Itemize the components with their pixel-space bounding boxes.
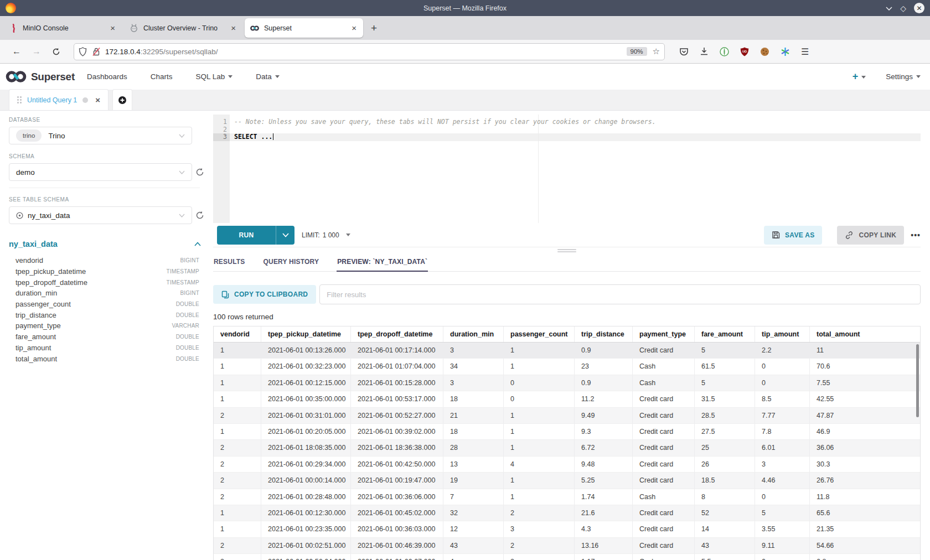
- table-row[interactable]: 22021-06-01 00:28:48.0002021-06-01 00:36…: [214, 489, 920, 505]
- back-button[interactable]: ←: [7, 46, 27, 56]
- table-row[interactable]: 22021-06-01 00:31:01.0002021-06-01 00:52…: [214, 408, 920, 424]
- table-row[interactable]: 22021-06-01 18:08:35.0002021-06-01 18:36…: [214, 440, 920, 456]
- add-query-tab-button[interactable]: [112, 89, 132, 110]
- new-tab-button[interactable]: +: [365, 22, 383, 34]
- settings-menu[interactable]: Settings: [886, 72, 921, 81]
- refresh-table-icon[interactable]: [195, 211, 204, 220]
- limit-dropdown[interactable]: LIMIT: 1 000: [302, 231, 350, 239]
- tab-query-history[interactable]: QUERY HISTORY: [263, 258, 320, 271]
- column-header-passenger_count[interactable]: passenger_count: [504, 326, 575, 342]
- schema-column-tip_amount[interactable]: tip_amountDOUBLE: [9, 343, 199, 354]
- sql-editor[interactable]: 1 2 3 -- Note: Unless you save your quer…: [213, 115, 921, 223]
- table-row[interactable]: 22021-06-01 00:00:14.0002021-06-01 00:19…: [214, 473, 920, 489]
- bookmark-star-icon[interactable]: ☆: [653, 46, 660, 56]
- more-actions-button[interactable]: •••: [911, 231, 921, 240]
- cookie-extension-icon[interactable]: [760, 47, 769, 56]
- table-row[interactable]: 12021-06-01 00:35:00.0002021-06-01 00:53…: [214, 391, 920, 407]
- new-item-button[interactable]: +: [852, 71, 866, 82]
- editor-code-area[interactable]: -- Note: Unless you save your query, the…: [230, 115, 921, 223]
- collapse-table-icon[interactable]: [194, 242, 201, 246]
- table-cell: 2: [214, 489, 261, 505]
- schema-column-fare_amount[interactable]: fare_amountDOUBLE: [9, 331, 199, 343]
- run-options-caret[interactable]: [276, 226, 294, 245]
- column-type: VARCHAR: [172, 323, 199, 329]
- privacy-badger-icon[interactable]: [720, 47, 729, 56]
- schema-column-vendorid[interactable]: vendoridBIGINT: [9, 255, 199, 266]
- containers-extension-icon[interactable]: [781, 47, 790, 56]
- superset-brand[interactable]: Superset: [6, 70, 75, 83]
- schema-column-tpep_dropoff_datetime[interactable]: tpep_dropoff_datetimeTIMESTAMP: [9, 277, 199, 288]
- ublock-icon[interactable]: UO: [740, 47, 749, 56]
- column-header-tpep_pickup_datetime[interactable]: tpep_pickup_datetime: [261, 326, 351, 342]
- tab-results[interactable]: RESULTS: [213, 258, 246, 271]
- schema-column-total_amount[interactable]: total_amountDOUBLE: [9, 353, 199, 364]
- column-header-tpep_dropoff_datetime[interactable]: tpep_dropoff_datetime: [351, 326, 443, 342]
- column-header-payment_type[interactable]: payment_type: [633, 326, 695, 342]
- query-tab-untitled[interactable]: Untitled Query 1 ×: [9, 89, 108, 110]
- filter-results-input[interactable]: [319, 284, 921, 304]
- table-cell: 3: [443, 343, 504, 358]
- tab-close-icon[interactable]: ×: [230, 23, 237, 33]
- database-select[interactable]: trino Trino: [9, 127, 192, 144]
- nav-data[interactable]: Data: [256, 72, 280, 81]
- column-header-fare_amount[interactable]: fare_amount: [695, 326, 755, 342]
- nav-charts[interactable]: Charts: [151, 72, 173, 81]
- reload-button[interactable]: [46, 48, 66, 56]
- table-scrollbar-thumb[interactable]: [916, 344, 919, 417]
- drag-handle-icon[interactable]: [17, 96, 22, 103]
- column-header-trip_distance[interactable]: trip_distance: [575, 326, 633, 342]
- superset-logo-icon: [6, 70, 28, 83]
- table-row[interactable]: 12021-06-01 00:23:35.0002021-06-01 00:36…: [214, 521, 920, 537]
- column-header-tip_amount[interactable]: tip_amount: [755, 326, 810, 342]
- table-row[interactable]: 22021-06-01 00:02:51.0002021-06-01 00:46…: [214, 538, 920, 554]
- download-icon[interactable]: [700, 47, 709, 56]
- schema-select[interactable]: demo: [9, 163, 192, 181]
- browser-tab-superset[interactable]: Superset ×: [245, 18, 363, 38]
- query-tab-close-icon[interactable]: ×: [95, 95, 100, 105]
- schema-column-trip_distance[interactable]: trip_distanceDOUBLE: [9, 309, 199, 320]
- table-row[interactable]: 12021-06-01 00:12:15.0002021-06-01 00:15…: [214, 375, 920, 391]
- schema-column-payment_type[interactable]: payment_typeVARCHAR: [9, 320, 199, 331]
- superset-favicon: [250, 24, 259, 33]
- schema-column-tpep_pickup_datetime[interactable]: tpep_pickup_datetimeTIMESTAMP: [9, 266, 199, 277]
- zoom-level-badge[interactable]: 90%: [627, 47, 647, 56]
- tab-close-icon[interactable]: ×: [109, 23, 116, 33]
- browser-tab-trino[interactable]: Cluster Overview - Trino ×: [124, 18, 242, 38]
- table-cell: 8: [695, 489, 755, 505]
- table-schema-title[interactable]: ny_taxi_data: [9, 240, 58, 248]
- window-minimize-icon[interactable]: [886, 6, 892, 11]
- column-header-vendorid[interactable]: vendorid: [214, 326, 261, 342]
- pane-resize-handle[interactable]: [213, 247, 921, 254]
- tab-close-icon[interactable]: ×: [350, 23, 358, 33]
- schema-column-duration_min[interactable]: duration_minBIGINT: [9, 288, 199, 299]
- tab-preview-ny-taxi-data[interactable]: PREVIEW: `NY_TAXI_DATA`: [337, 258, 428, 271]
- forward-button[interactable]: →: [27, 46, 46, 56]
- url-bar[interactable]: 172.18.0.4:32295/superset/sqllab/ 90% ☆: [74, 43, 665, 60]
- run-query-button[interactable]: RUN: [217, 226, 294, 245]
- table-cell: 0: [755, 489, 810, 505]
- window-close-icon[interactable]: ✕: [914, 3, 924, 13]
- table-row[interactable]: 22021-06-01 00:29:34.0002021-06-01 00:42…: [214, 457, 920, 473]
- table-row[interactable]: 12021-06-01 00:20:05.0002021-06-01 00:39…: [214, 424, 920, 440]
- copy-to-clipboard-button[interactable]: COPY TO CLIPBOARD: [213, 285, 316, 304]
- column-header-total_amount[interactable]: total_amount: [810, 326, 920, 342]
- table-row[interactable]: 12021-06-01 00:13:26.0002021-06-01 00:17…: [214, 343, 920, 359]
- menu-hamburger-icon[interactable]: ☰: [801, 46, 809, 57]
- copy-link-button[interactable]: COPY LINK: [837, 226, 904, 245]
- table-select[interactable]: ny_taxi_data: [9, 206, 192, 224]
- refresh-schema-icon[interactable]: [195, 168, 204, 177]
- table-cell: 9.3: [575, 424, 633, 439]
- nav-sql-lab[interactable]: SQL Lab: [195, 72, 232, 81]
- pocket-icon[interactable]: [679, 47, 689, 56]
- schema-column-passenger_count[interactable]: passenger_countDOUBLE: [9, 299, 199, 310]
- table-row[interactable]: 12021-06-01 00:32:23.0002021-06-01 01:07…: [214, 359, 920, 375]
- table-row[interactable]: 22021-06-01 00:56:04.0002021-06-01 01:00…: [214, 554, 920, 560]
- shield-icon[interactable]: [79, 47, 87, 56]
- lock-disabled-icon[interactable]: [92, 47, 101, 56]
- table-row[interactable]: 12021-06-01 00:12:30.0002021-06-01 00:45…: [214, 505, 920, 521]
- save-as-button[interactable]: SAVE AS: [764, 226, 822, 245]
- browser-tab-minio[interactable]: MinIO Console ×: [3, 18, 122, 38]
- nav-dashboards[interactable]: Dashboards: [87, 72, 127, 81]
- window-maximize-icon[interactable]: ◇: [900, 4, 906, 12]
- column-header-duration_min[interactable]: duration_min: [443, 326, 504, 342]
